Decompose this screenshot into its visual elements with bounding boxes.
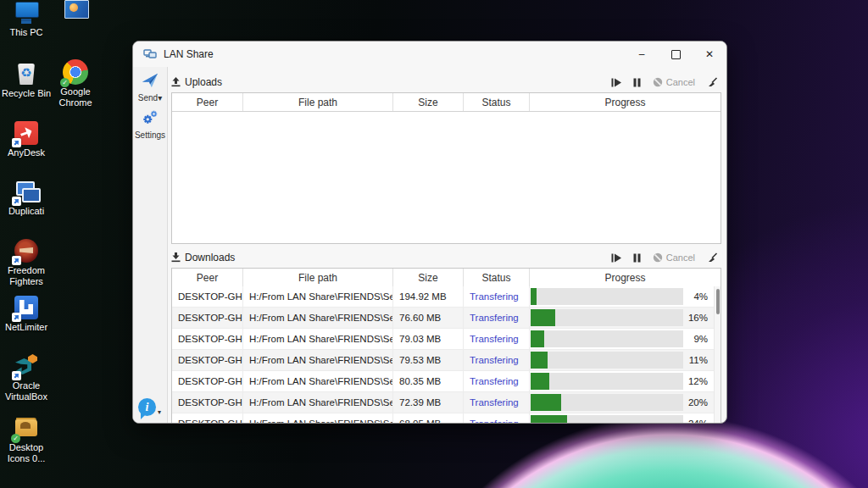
table-row[interactable]: DESKTOP-GH7... H:/From LAN Share\FRIENDS… xyxy=(172,371,721,392)
broom-icon xyxy=(707,252,718,263)
downloads-cancel-button[interactable]: Cancel xyxy=(653,252,695,263)
col-status[interactable]: Status xyxy=(464,93,530,111)
progress-bar-fill xyxy=(531,309,555,326)
sidebar: Send▾ xyxy=(133,67,168,423)
progress-bar-fill xyxy=(531,394,561,411)
downloads-resume-button[interactable] xyxy=(611,253,621,263)
settings-label: Settings xyxy=(135,130,165,140)
titlebar[interactable]: LAN Share – ✕ xyxy=(133,42,726,67)
uploads-resume-button[interactable] xyxy=(611,78,621,87)
desktop-icon[interactable]: ✓ Desktop Icons 0... xyxy=(0,415,53,464)
downloads-table: Peer File path Size Status Progress DESK… xyxy=(171,268,721,424)
downloads-table-header: Peer File path Size Status Progress xyxy=(172,269,721,287)
desktop-icon-image: ✓ xyxy=(14,61,39,86)
desktop-icon[interactable]: ✓ Duplicati xyxy=(0,179,53,217)
uploads-table: Peer File path Size Status Progress xyxy=(171,92,721,244)
desktop-icon-image: ✓ xyxy=(14,179,39,204)
desktop-icon-image: ✓ xyxy=(14,0,39,25)
cell-status: Transfering xyxy=(464,350,530,370)
downloads-scrollbar[interactable] xyxy=(714,286,721,424)
uploads-table-header: Peer File path Size Status Progress xyxy=(172,93,721,112)
cell-progress: 16% xyxy=(530,308,721,328)
broom-icon xyxy=(707,77,718,87)
progress-bar xyxy=(531,415,683,424)
table-row[interactable]: DESKTOP-GH7... H:/From LAN Share\FRIENDS… xyxy=(172,308,721,329)
desktop-icon[interactable]: ✓ Recycle Bin xyxy=(0,61,53,99)
table-row[interactable]: DESKTOP-GH7... H:/From LAN Share\FRIENDS… xyxy=(172,329,721,350)
info-caret-icon: ▾ xyxy=(158,408,161,416)
send-label: Send▾ xyxy=(138,93,162,103)
upload-icon xyxy=(171,77,181,87)
progress-bar xyxy=(531,309,683,326)
desktop-icon[interactable]: ✓ Freedom Fighters xyxy=(0,238,53,287)
desktop-icon-label: Recycle Bin xyxy=(0,88,53,99)
desktop-icon[interactable]: ✓ AnyDesk xyxy=(0,120,53,158)
cell-file-path: H:/From LAN Share\FRIENDS\Season 9\... xyxy=(243,329,393,349)
downloads-section-label: Downloads xyxy=(185,252,235,263)
about-button[interactable]: i ▾ xyxy=(138,398,161,416)
col-peer[interactable]: Peer xyxy=(172,269,243,286)
cancel-icon xyxy=(653,252,663,263)
downloads-label-group: Downloads xyxy=(171,252,235,263)
desktop-icon[interactable]: ✓ Google Chrome xyxy=(49,59,102,108)
cell-file-path: H:/From LAN Share\FRIENDS\Season 9\... xyxy=(243,286,393,307)
col-progress[interactable]: Progress xyxy=(530,269,721,286)
paper-plane-icon xyxy=(141,72,159,89)
maximize-button[interactable] xyxy=(659,42,693,67)
cancel-icon xyxy=(653,77,663,87)
send-button[interactable]: Send▾ xyxy=(138,72,162,103)
table-row[interactable]: DESKTOP-GH7... H:/From LAN Share\FRIENDS… xyxy=(172,350,721,371)
col-file-path[interactable]: File path xyxy=(243,93,393,111)
cell-size: 79.03 MB xyxy=(393,329,464,349)
cell-file-path: H:/From LAN Share\FRIENDS\Season 9\... xyxy=(243,308,393,328)
minimize-button[interactable]: – xyxy=(625,42,659,67)
table-row[interactable]: DESKTOP-GH7... H:/From LAN Share\FRIENDS… xyxy=(172,392,721,413)
table-row[interactable]: DESKTOP-GH7... H:/From LAN Share\FRIENDS… xyxy=(172,286,721,308)
resume-icon xyxy=(611,253,621,263)
pause-icon xyxy=(633,78,641,87)
desktop-icon-image: ✓ xyxy=(14,120,39,146)
cell-size: 194.92 MB xyxy=(393,286,464,307)
close-button[interactable]: ✕ xyxy=(693,42,726,67)
desktop-icon[interactable]: ✓ This PC xyxy=(0,0,53,38)
uploads-section-header: Uploads xyxy=(171,72,721,92)
progress-bar-fill xyxy=(531,415,567,424)
cell-peer: DESKTOP-GH7... xyxy=(172,350,243,370)
cell-status: Transfering xyxy=(464,392,530,413)
col-progress[interactable]: Progress xyxy=(530,93,721,111)
shortcut-arrow-icon xyxy=(12,197,21,206)
cell-file-path: H:/From LAN Share\FRIENDS\Season 9\... xyxy=(243,413,393,424)
progress-bar xyxy=(531,330,683,347)
cell-progress: 9% xyxy=(530,329,721,349)
uploads-clear-button[interactable] xyxy=(707,77,718,87)
downloads-scrollbar-thumb[interactable] xyxy=(716,289,720,314)
col-size[interactable]: Size xyxy=(393,269,464,286)
col-status[interactable]: Status xyxy=(464,269,530,286)
desktop-icon[interactable]: ✓ NetLimiter xyxy=(0,295,53,333)
desktop-icon-image: ✓ xyxy=(63,59,88,85)
col-file-path[interactable]: File path xyxy=(243,269,393,286)
cell-peer: DESKTOP-GH7... xyxy=(172,392,243,413)
uploads-pause-button[interactable] xyxy=(633,78,641,87)
desktop-icon[interactable]: ✓ Oracle VirtualBox xyxy=(0,353,53,402)
main-panel: Uploads xyxy=(168,67,726,423)
desktop-icon[interactable]: ✓ xyxy=(49,0,102,27)
uploads-cancel-label: Cancel xyxy=(666,77,695,87)
downloads-cancel-label: Cancel xyxy=(666,252,695,263)
cell-size: 68.05 MB xyxy=(393,413,464,424)
downloads-clear-button[interactable] xyxy=(707,252,718,263)
uploads-cancel-button[interactable]: Cancel xyxy=(653,77,695,87)
cell-file-path: H:/From LAN Share\FRIENDS\Season 9\... xyxy=(243,371,393,391)
downloads-pause-button[interactable] xyxy=(633,253,641,263)
cell-size: 72.39 MB xyxy=(393,392,464,413)
col-size[interactable]: Size xyxy=(393,93,464,111)
maximize-icon xyxy=(671,50,681,59)
col-peer[interactable]: Peer xyxy=(172,93,243,111)
cell-peer: DESKTOP-GH7... xyxy=(172,308,243,328)
cell-size: 79.53 MB xyxy=(393,350,464,370)
desktop-icon-label: Freedom Fighters xyxy=(0,265,53,287)
desktop-icon-label: Google Chrome xyxy=(49,86,102,108)
table-row[interactable]: DESKTOP-GH7... H:/From LAN Share\FRIENDS… xyxy=(172,413,721,424)
pause-icon xyxy=(633,253,641,263)
settings-button[interactable]: Settings xyxy=(135,109,165,140)
